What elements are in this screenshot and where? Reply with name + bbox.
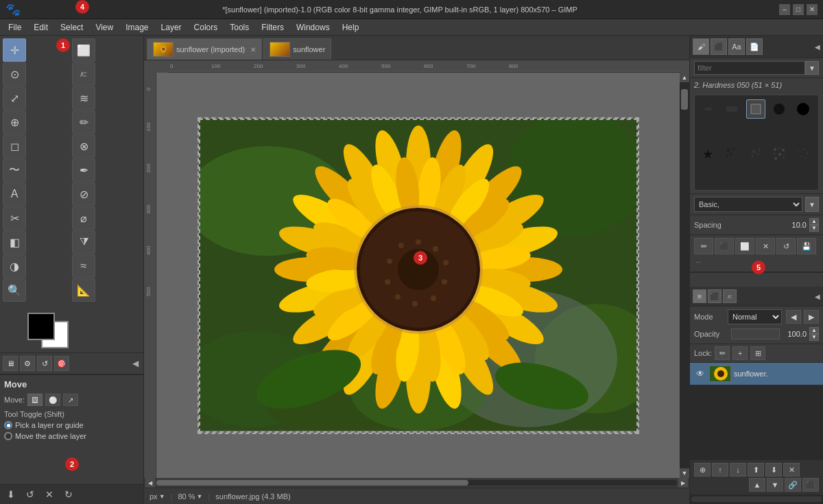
tab-close-1[interactable]: ✕	[250, 46, 256, 53]
mode-btn-right[interactable]: ▶	[804, 310, 819, 324]
brush-swatch-dots[interactable]	[770, 144, 789, 163]
undo-button[interactable]: ↺	[22, 488, 38, 501]
tab-documents[interactable]: 📄	[746, 38, 763, 55]
unit-selector[interactable]: px ▼	[150, 492, 165, 501]
brush-swatch-scatter[interactable]	[794, 144, 813, 163]
tool-ink[interactable]: ✒	[72, 158, 95, 182]
hscroll-left[interactable]: ◀	[145, 478, 155, 488]
mode-btn-left[interactable]: ◀	[786, 310, 801, 324]
tool-heal[interactable]: ⊗	[72, 134, 95, 158]
lock-all-btn[interactable]: ⊞	[750, 346, 765, 360]
tool-eraser[interactable]: ◻	[3, 134, 26, 158]
paths-tab[interactable]: ⟈	[723, 289, 737, 303]
tool-dodge[interactable]: ◑	[3, 254, 26, 278]
brush-swatch-splat2[interactable]	[746, 144, 765, 163]
opt-icon-view[interactable]: 🖥	[3, 356, 18, 371]
canvas-viewport[interactable]: 3	[156, 73, 680, 478]
hscroll-right[interactable]: ▶	[678, 478, 688, 488]
spacing-down[interactable]: ▼	[809, 225, 819, 232]
brush-swatch-splat1[interactable]	[722, 144, 741, 163]
layers-action-new-group[interactable]: ⊕	[694, 463, 711, 477]
brush-refresh-btn[interactable]: ↺	[776, 238, 796, 254]
maximize-button[interactable]: □	[793, 4, 804, 15]
spacing-up[interactable]: ▲	[809, 218, 819, 225]
brush-preset-expand[interactable]: ▼	[805, 197, 819, 212]
tool-smudge[interactable]: 〜	[3, 158, 26, 182]
brush-duplicate-btn[interactable]: ⬛	[715, 238, 734, 254]
opacity-down[interactable]: ▼	[809, 334, 819, 341]
menu-filters[interactable]: Filters	[256, 21, 289, 34]
tool-text[interactable]: A	[3, 182, 26, 206]
layers-scroll-up[interactable]: ▲	[749, 478, 765, 492]
canvas-tab-sunflower[interactable]: sunflower	[263, 38, 331, 60]
opt-icon-settings[interactable]: ⚙	[20, 356, 35, 371]
tool-fillpath[interactable]: ⊘	[72, 182, 95, 206]
tool-warp[interactable]: ≋	[72, 86, 95, 110]
menu-file[interactable]: File	[3, 21, 27, 34]
brush-preset-select[interactable]: Basic,	[694, 197, 802, 212]
brush-save-btn[interactable]: 💾	[797, 238, 816, 254]
opt-icon-reset[interactable]: ↺	[37, 356, 52, 371]
layer-item-sunflower[interactable]: 👁 sunflower.	[690, 363, 823, 385]
tool-freeselect[interactable]: ⟈	[72, 62, 95, 86]
menu-help[interactable]: Help	[337, 21, 365, 34]
layers-tab[interactable]: ≡	[693, 289, 706, 303]
menu-image[interactable]: Image	[120, 21, 154, 34]
expand-toolbox[interactable]: ◀	[130, 356, 141, 371]
layers-merge[interactable]: ⬛	[802, 478, 819, 492]
menu-view[interactable]: View	[90, 21, 119, 34]
opt-icon-config[interactable]: 🎯	[54, 356, 69, 371]
tab-fonts[interactable]: Aa	[728, 38, 745, 55]
brush-delete-btn[interactable]: ✕	[756, 238, 775, 254]
brush-more[interactable]: ···	[694, 256, 702, 269]
radio-pick-btn[interactable]	[4, 421, 12, 429]
menu-windows[interactable]: Windows	[291, 21, 335, 34]
layers-action-delete[interactable]: ✕	[783, 463, 800, 477]
tool-resize[interactable]: ⬜	[72, 38, 95, 62]
tool-zoom[interactable]: 🔍	[3, 278, 26, 302]
redo-button[interactable]: ↻	[60, 488, 77, 501]
menu-edit[interactable]: Edit	[28, 21, 53, 34]
right-panel-scrollbar[interactable]	[691, 496, 822, 502]
vscroll-thumb[interactable]	[681, 89, 688, 110]
tool-pencil[interactable]: ✏	[72, 110, 95, 134]
tool-clone[interactable]: ⊕	[3, 110, 26, 134]
brush-swatch-circle2[interactable]	[794, 99, 813, 119]
opacity-slider[interactable]	[731, 328, 780, 339]
cancel-button[interactable]: ✕	[41, 488, 58, 501]
vscroll-up[interactable]: ▲	[680, 73, 689, 82]
spacing-spinner[interactable]: ▲ ▼	[809, 218, 819, 232]
layer-visibility-eye[interactable]: 👁	[694, 368, 706, 380]
mode-select[interactable]: Normal	[728, 309, 782, 324]
tool-bucket[interactable]: ⧩	[72, 230, 95, 254]
layers-action-lower[interactable]: ↓	[730, 463, 746, 477]
right-panel-expand[interactable]: ◀	[815, 43, 820, 51]
zoom-selector[interactable]: 80 % ▼	[178, 492, 202, 501]
tool-paintbrush[interactable]: ⌀	[72, 206, 95, 230]
minimize-button[interactable]: –	[779, 4, 790, 15]
hscroll-track[interactable]	[156, 480, 677, 485]
brush-filter-input[interactable]	[694, 61, 805, 75]
menu-tools[interactable]: Tools	[224, 21, 254, 34]
close-button[interactable]: ✕	[807, 4, 818, 15]
canvas-tab-sunflower-imported[interactable]: 🌻 sunflower (imported) ✕	[147, 38, 262, 60]
brush-resize-btn[interactable]: ⬜	[735, 238, 754, 254]
menu-layer[interactable]: Layer	[156, 21, 187, 34]
opacity-up[interactable]: ▲	[809, 327, 819, 334]
lock-position-btn[interactable]: +	[732, 346, 748, 360]
lock-paint-btn[interactable]: ✏	[715, 346, 730, 360]
layers-action-duplicate[interactable]: ⬆	[748, 463, 764, 477]
move-icon-path[interactable]: ↗	[63, 394, 78, 406]
move-icon-sel[interactable]: ⚪	[45, 394, 60, 406]
channels-tab[interactable]: ⬛	[708, 289, 721, 303]
foreground-color[interactable]	[27, 313, 55, 340]
vscroll-down[interactable]: ▼	[680, 468, 689, 478]
brush-swatch-square[interactable]	[746, 99, 765, 119]
tab-patterns[interactable]: ⬛	[711, 38, 727, 55]
brush-swatch-line[interactable]	[699, 99, 718, 119]
brush-swatch-line2[interactable]	[722, 99, 741, 119]
tool-move[interactable]: ✛	[3, 38, 26, 62]
tool-gradient[interactable]: ◧	[3, 230, 26, 254]
tool-lasso[interactable]: ⊙	[3, 62, 26, 86]
filter-dropdown-button[interactable]: ▼	[805, 61, 819, 75]
